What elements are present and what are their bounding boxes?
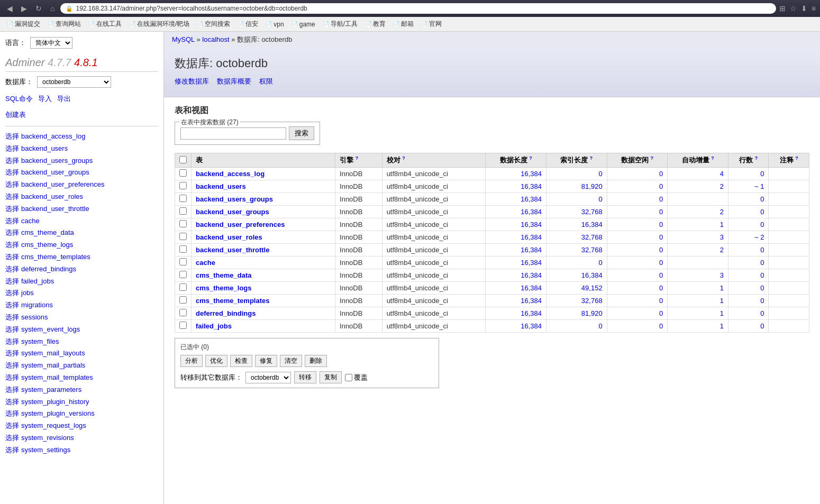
- table-name-link[interactable]: cms_theme_templates: [21, 253, 90, 261]
- table-name-link[interactable]: backend_user_preferences: [21, 180, 105, 188]
- download-icon[interactable]: ⬇: [801, 4, 807, 13]
- address-bar[interactable]: 🔒 192.168.23.147/adminer.php?server=loca…: [60, 3, 776, 14]
- menu-icon[interactable]: ≡: [812, 4, 816, 13]
- row-checkbox[interactable]: [179, 182, 187, 189]
- bookmark-query[interactable]: 📄 查询网站: [45, 19, 84, 30]
- table-link[interactable]: backend_user_throttle: [196, 246, 269, 254]
- table-name-link[interactable]: system_files: [21, 337, 59, 345]
- star-icon[interactable]: ☆: [790, 4, 797, 13]
- overwrite-checkbox[interactable]: [345, 374, 352, 381]
- repair-button[interactable]: 修复: [255, 355, 277, 367]
- bookmark-vpn[interactable]: 📄 vpn: [263, 19, 286, 30]
- table-link[interactable]: backend_users: [196, 182, 246, 190]
- select-table-link[interactable]: 选择: [5, 253, 19, 261]
- select-table-link[interactable]: 选择: [5, 217, 19, 225]
- bookmark-education[interactable]: 📄 教育: [362, 19, 388, 30]
- transfer-db-select[interactable]: octoberdb: [245, 372, 291, 383]
- table-name-link[interactable]: system_request_logs: [21, 421, 86, 429]
- row-checkbox[interactable]: [179, 220, 187, 227]
- breadcrumb-mysql[interactable]: MySQL: [172, 35, 195, 43]
- db-select[interactable]: octoberdb: [37, 76, 111, 88]
- select-table-link[interactable]: 选择: [5, 168, 19, 176]
- language-select[interactable]: 简体中文: [30, 37, 72, 49]
- analyze-button[interactable]: 分析: [180, 355, 203, 367]
- row-checkbox[interactable]: [179, 245, 187, 253]
- create-table-link[interactable]: 创建表: [5, 110, 158, 120]
- select-table-link[interactable]: 选择: [5, 241, 19, 249]
- table-name-link[interactable]: migrations: [21, 301, 53, 309]
- table-name-link[interactable]: jobs: [21, 289, 34, 297]
- engine-sort[interactable]: ?: [356, 155, 359, 161]
- data-free-sort[interactable]: ?: [651, 155, 654, 161]
- select-table-link[interactable]: 选择: [5, 205, 19, 213]
- table-link[interactable]: cms_theme_data: [196, 271, 252, 279]
- truncate-button[interactable]: 清空: [280, 355, 302, 367]
- table-name-link[interactable]: system_plugin_history: [21, 398, 89, 406]
- table-link[interactable]: backend_users_groups: [196, 195, 273, 203]
- select-table-link[interactable]: 选择: [5, 157, 19, 164]
- row-checkbox[interactable]: [179, 233, 187, 240]
- table-name-link[interactable]: cms_theme_data: [21, 228, 74, 236]
- select-table-link[interactable]: 选择: [5, 446, 19, 454]
- check-button[interactable]: 检查: [230, 355, 252, 367]
- bookmark-vuln-submit[interactable]: 📄 漏洞提交: [4, 19, 43, 30]
- select-table-link[interactable]: 选择: [5, 337, 19, 345]
- export-link[interactable]: 导出: [57, 94, 71, 104]
- back-button[interactable]: ◀: [4, 3, 15, 14]
- table-link[interactable]: backend_access_log: [196, 170, 265, 178]
- table-name-link[interactable]: system_revisions: [21, 434, 74, 442]
- transfer-button[interactable]: 转移: [294, 371, 316, 383]
- select-table-link[interactable]: 选择: [5, 361, 19, 369]
- table-name-link[interactable]: backend_users_groups: [21, 157, 93, 164]
- select-table-link[interactable]: 选择: [5, 421, 19, 429]
- rows-sort[interactable]: ?: [755, 155, 758, 161]
- permissions-link[interactable]: 权限: [259, 77, 273, 86]
- row-checkbox[interactable]: [179, 271, 187, 278]
- select-table-link[interactable]: 选择: [5, 313, 19, 321]
- auto-increment-sort[interactable]: ?: [711, 155, 714, 161]
- table-name-link[interactable]: system_mail_templates: [21, 373, 93, 381]
- table-link[interactable]: backend_user_groups: [196, 208, 269, 216]
- select-table-link[interactable]: 选择: [5, 349, 19, 357]
- table-name-link[interactable]: backend_user_throttle: [21, 205, 89, 213]
- forward-button[interactable]: ▶: [19, 3, 30, 14]
- modify-db-link[interactable]: 修改数据库: [175, 77, 209, 86]
- bookmark-security[interactable]: 📄 信安: [235, 19, 261, 30]
- select-table-link[interactable]: 选择: [5, 277, 19, 285]
- sql-command-link[interactable]: SQL命令: [5, 94, 33, 104]
- select-table-link[interactable]: 选择: [5, 386, 19, 393]
- select-table-link[interactable]: 选择: [5, 132, 19, 140]
- table-name-link[interactable]: backend_user_groups: [21, 168, 89, 176]
- index-length-sort[interactable]: ?: [590, 155, 593, 161]
- row-checkbox[interactable]: [179, 207, 187, 215]
- copy-button[interactable]: 复制: [320, 371, 342, 383]
- table-name-link[interactable]: sessions: [21, 313, 48, 321]
- table-name-link[interactable]: system_settings: [21, 446, 70, 454]
- row-checkbox[interactable]: [179, 296, 187, 304]
- row-checkbox[interactable]: [179, 322, 187, 329]
- optimize-button[interactable]: 优化: [205, 355, 227, 367]
- bookmark-vuln-env[interactable]: 📄 在线漏洞环境/靶场: [126, 19, 192, 30]
- bookmark-space-search[interactable]: 📄 空间搜索: [194, 19, 233, 30]
- bookmark-email[interactable]: 📄 邮箱: [390, 19, 416, 30]
- select-table-link[interactable]: 选择: [5, 144, 19, 152]
- table-link[interactable]: cms_theme_logs: [196, 284, 252, 292]
- table-name-link[interactable]: system_mail_partials: [21, 361, 85, 369]
- select-table-link[interactable]: 选择: [5, 289, 19, 297]
- table-name-link[interactable]: system_mail_layouts: [21, 349, 85, 357]
- table-link[interactable]: failed_jobs: [196, 322, 232, 330]
- table-name-link[interactable]: cache: [21, 217, 40, 225]
- select-table-link[interactable]: 选择: [5, 434, 19, 442]
- home-button[interactable]: ⌂: [48, 3, 57, 14]
- row-checkbox[interactable]: [179, 309, 187, 316]
- table-link[interactable]: cache: [196, 259, 215, 267]
- select-table-link[interactable]: 选择: [5, 180, 19, 188]
- select-table-link[interactable]: 选择: [5, 373, 19, 381]
- select-table-link[interactable]: 选择: [5, 228, 19, 236]
- reload-button[interactable]: ↻: [33, 3, 44, 14]
- search-input[interactable]: [180, 127, 286, 140]
- table-link[interactable]: backend_user_preferences: [196, 221, 285, 228]
- table-name-link[interactable]: system_plugin_versions: [21, 409, 95, 417]
- bookmark-official[interactable]: 📄 官网: [418, 19, 444, 30]
- table-name-link[interactable]: backend_users: [21, 144, 68, 152]
